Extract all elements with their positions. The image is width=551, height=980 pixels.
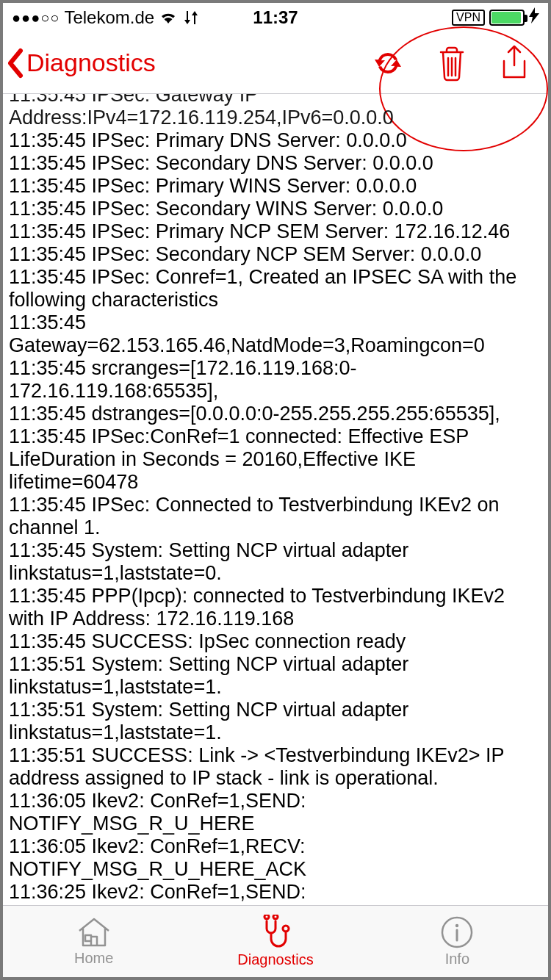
log-line: 11:36:05 Ikev2: ConRef=1,SEND: NOTIFY_MS… xyxy=(9,790,542,835)
status-bar-left: ●●●○○ Telekom.de xyxy=(12,7,200,28)
log-line: 11:35:51 SUCCESS: Link -> <Testverbindun… xyxy=(9,744,542,790)
battery-icon xyxy=(489,10,525,26)
home-icon xyxy=(76,916,112,948)
back-label: Diagnostics xyxy=(26,48,156,77)
log-line: 11:35:51 System: Setting NCP virtual ada… xyxy=(9,653,542,699)
log-line: 11:35:45 SUCCESS: IpSec connection ready xyxy=(9,630,542,653)
refresh-button[interactable] xyxy=(372,47,404,79)
log-line: 11:35:45 IPSec: Connected to Testverbind… xyxy=(9,494,542,539)
log-line: 11:35:45 dstranges=[0.0.0.0:0-255.255.25… xyxy=(9,403,542,425)
log-line: 11:35:45 Gateway=62.153.165.46,NatdMode=… xyxy=(9,311,542,357)
network-activity-icon xyxy=(182,10,200,26)
vpn-badge: VPN xyxy=(452,10,485,26)
share-button[interactable] xyxy=(500,45,529,82)
log-line: 11:35:45 IPSec: Primary WINS Server: 0.0… xyxy=(9,175,542,198)
charging-icon xyxy=(529,7,539,28)
log-line: 11:35:45 IPSec:ConRef=1 connected: Effec… xyxy=(9,425,542,494)
tab-info[interactable]: Info xyxy=(367,906,548,977)
log-line: 11:35:45 IPSec: Secondary DNS Server: 0.… xyxy=(9,152,542,175)
chevron-left-icon xyxy=(6,48,25,79)
log-line: 11:35:45 PPP(Ipcp): connected to Testver… xyxy=(9,585,542,630)
wifi-icon xyxy=(159,10,178,25)
log-view[interactable]: 11:35:45 IPSec: Gateway IP Address:IPv4=… xyxy=(3,94,548,905)
tab-diagnostics[interactable]: Diagnostics xyxy=(184,906,366,977)
nav-bar: Diagnostics xyxy=(3,32,548,94)
log-line: 11:35:45 IPSec: Primary NCP SEM Server: … xyxy=(9,220,542,243)
signal-dots-icon: ●●●○○ xyxy=(12,10,60,26)
log-line: 11:36:05 Ikev2: ConRef=1,RECV: NOTIFY_MS… xyxy=(9,835,542,881)
svg-point-1 xyxy=(455,924,458,927)
log-line: 11:35:45 System: Setting NCP virtual ada… xyxy=(9,539,542,585)
back-button[interactable]: Diagnostics xyxy=(6,48,156,79)
tab-diagnostics-label: Diagnostics xyxy=(237,951,313,968)
log-line: 11:36:25 Ikev2: ConRef=1,SEND: NOTIFY_MS… xyxy=(9,881,542,905)
tab-home-label: Home xyxy=(74,950,113,967)
status-bar-right: VPN xyxy=(452,7,539,28)
log-line: 11:35:51 System: Setting NCP virtual ada… xyxy=(9,699,542,744)
log-line: 11:35:45 IPSec: Primary DNS Server: 0.0.… xyxy=(9,129,542,152)
log-line: 11:35:45 IPSec: Secondary WINS Server: 0… xyxy=(9,198,542,220)
carrier-label: Telekom.de xyxy=(64,7,154,28)
app-screen: ●●●○○ Telekom.de 11:37 VPN Diagnostics xyxy=(0,0,551,980)
tab-bar: Home Diagnostics Info xyxy=(3,905,548,977)
log-line: 11:35:45 IPSec: Gateway IP Address:IPv4=… xyxy=(9,94,542,129)
stethoscope-icon xyxy=(258,915,293,950)
log-line: 11:35:45 IPSec: Conref=1, Created an IPS… xyxy=(9,266,542,311)
info-icon xyxy=(440,915,474,949)
log-line: 11:35:45 srcranges=[172.16.119.168:0-172… xyxy=(9,357,542,403)
status-bar: ●●●○○ Telekom.de 11:37 VPN xyxy=(3,3,548,32)
trash-button[interactable] xyxy=(436,45,467,82)
nav-actions xyxy=(372,45,529,82)
tab-info-label: Info xyxy=(445,951,469,968)
log-line: 11:35:45 IPSec: Secondary NCP SEM Server… xyxy=(9,243,542,266)
tab-home[interactable]: Home xyxy=(3,906,184,977)
